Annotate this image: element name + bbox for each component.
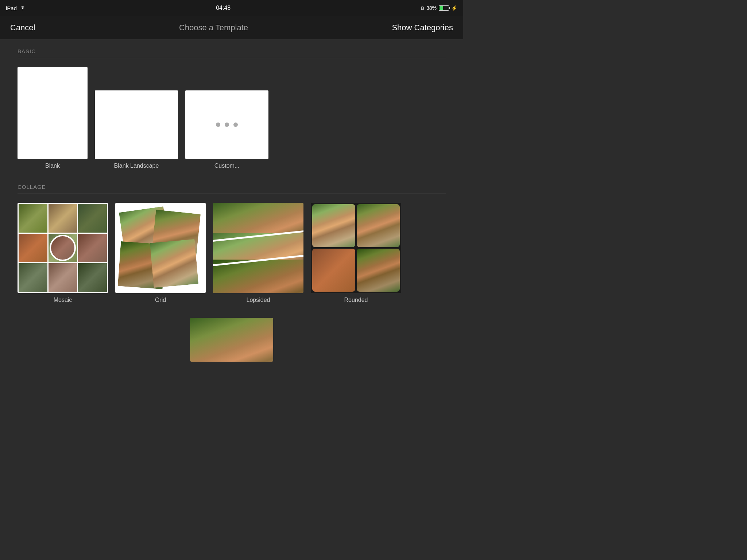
section-label-collage: COLLAGE: [18, 184, 446, 190]
collage-template-grid: Mosaic: [18, 203, 446, 303]
basic-template-grid: Blank Blank Landscape Custom...: [18, 67, 446, 169]
rounded-inner: [311, 203, 401, 293]
mosaic-cell-5: [49, 234, 77, 262]
template-thumb-grid: [115, 203, 206, 293]
template-label-blank-landscape: Blank Landscape: [114, 163, 159, 169]
template-item-custom[interactable]: Custom...: [185, 67, 268, 169]
template-item-blank[interactable]: Blank: [18, 67, 88, 169]
custom-dot-2: [225, 122, 229, 127]
main-content: BASIC Blank Blank Landscape Custom... CO…: [0, 39, 463, 370]
template-thumb-blank-landscape: [95, 90, 178, 159]
rounded-cell-4: [357, 249, 400, 292]
partial-template-row: [18, 318, 446, 362]
section-label-basic: BASIC: [18, 48, 446, 54]
template-label-rounded: Rounded: [344, 297, 368, 303]
template-label-lopsided: Lopsided: [247, 297, 270, 303]
battery-percent: 38%: [426, 5, 437, 11]
template-item-blank-landscape[interactable]: Blank Landscape: [95, 67, 178, 169]
rounded-cell-3: [312, 249, 355, 292]
section-divider-basic: [18, 58, 446, 58]
template-item-grid[interactable]: Grid: [115, 203, 206, 303]
bluetooth-icon: B: [421, 5, 424, 11]
mosaic-grid: [18, 203, 108, 293]
template-label-mosaic: Mosaic: [54, 297, 72, 303]
battery-icon: [439, 5, 449, 11]
section-divider-collage: [18, 194, 446, 194]
custom-dot-3: [233, 122, 238, 127]
time-display: 04:48: [216, 5, 231, 11]
wifi-icon: [20, 5, 26, 11]
custom-dot-1: [216, 122, 220, 127]
template-thumb-rounded: [311, 203, 401, 293]
template-label-grid: Grid: [155, 297, 166, 303]
mosaic-cell-6: [78, 234, 107, 262]
cancel-button[interactable]: Cancel: [10, 23, 35, 32]
mosaic-cell-9: [78, 263, 107, 292]
template-thumb-partial: [190, 318, 273, 362]
device-label: iPad: [6, 5, 17, 11]
mosaic-cell-7: [19, 263, 47, 292]
template-thumb-custom: [185, 90, 268, 159]
template-label-blank: Blank: [45, 163, 60, 169]
template-label-custom: Custom...: [214, 163, 239, 169]
mosaic-cell-1: [19, 204, 47, 233]
template-thumb-mosaic: [18, 203, 108, 293]
status-right: B 38% ⚡: [421, 5, 457, 11]
status-bar: iPad 04:48 B 38% ⚡: [0, 0, 463, 16]
mosaic-cell-2: [49, 204, 77, 233]
status-left: iPad: [6, 5, 26, 11]
template-item-partial[interactable]: [190, 318, 273, 362]
grid-cell-br: [150, 239, 198, 288]
nav-title: Choose a Template: [179, 23, 248, 32]
mosaic-cell-3: [78, 204, 107, 233]
template-item-mosaic[interactable]: Mosaic: [18, 203, 108, 303]
charging-icon: ⚡: [451, 5, 457, 11]
template-item-lopsided[interactable]: Lopsided: [213, 203, 303, 303]
rounded-cell-2: [357, 204, 400, 247]
template-thumb-blank: [18, 67, 88, 159]
template-thumb-lopsided: [213, 203, 303, 293]
mosaic-cell-8: [49, 263, 77, 292]
nav-bar: Cancel Choose a Template Show Categories: [0, 16, 463, 39]
show-categories-button[interactable]: Show Categories: [392, 23, 453, 32]
rounded-cell-1: [312, 204, 355, 247]
template-item-rounded[interactable]: Rounded: [311, 203, 401, 303]
mosaic-cell-4: [19, 234, 47, 262]
